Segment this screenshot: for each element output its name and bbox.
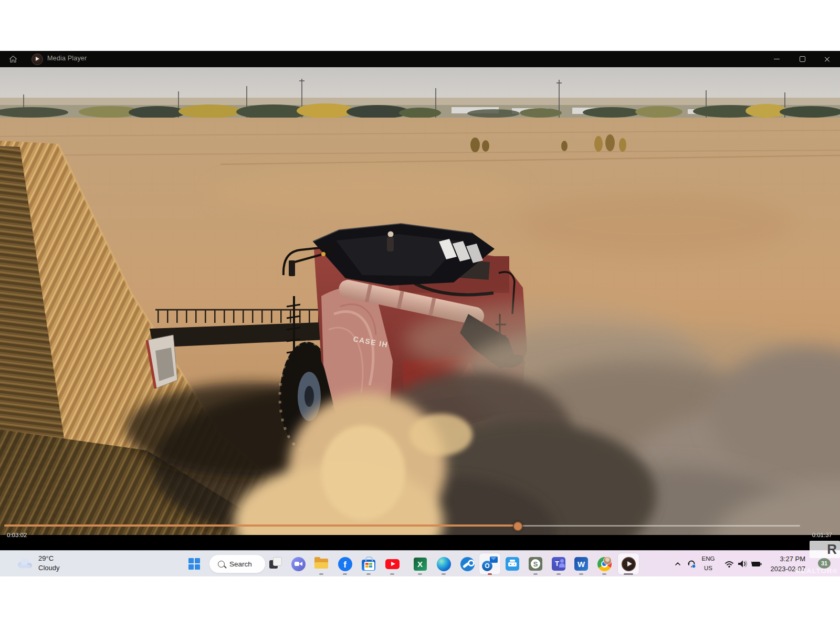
taskbar-item-chat[interactable] (288, 553, 309, 574)
tray-volume-button[interactable] (736, 556, 749, 572)
language-line2: US (699, 563, 718, 573)
screenshot-root: Media Player (0, 0, 840, 630)
taskbar-item-outlook[interactable] (479, 553, 500, 574)
tray-sync-button[interactable] (685, 556, 698, 572)
video-viewport[interactable]: CASE IH CASE IH (0, 67, 840, 550)
edge-icon (437, 557, 451, 571)
teams-icon (552, 557, 565, 571)
start-button[interactable] (184, 553, 205, 574)
weather-condition: Cloudy (38, 563, 59, 573)
running-indicator (390, 573, 394, 575)
taskbar-item-excel[interactable] (410, 553, 430, 574)
s-app-icon (529, 557, 542, 571)
close-icon (824, 56, 830, 62)
media-player-logo-icon (32, 54, 43, 65)
task-view-button[interactable] (265, 553, 286, 574)
realtor-logo: R (810, 541, 840, 558)
home-icon[interactable] (8, 55, 18, 64)
chat-icon (291, 557, 306, 571)
language-line1: ENG (699, 554, 718, 563)
taskbar-item-s-app[interactable] (525, 553, 546, 574)
running-indicator (343, 573, 347, 575)
remaining-time: 0:01:37 (812, 532, 832, 538)
word-icon (574, 557, 588, 571)
language-indicator[interactable]: ENG US (699, 554, 718, 573)
weather-temp: 29°C (38, 554, 59, 563)
minimize-button[interactable] (764, 51, 789, 67)
task-view-icon-front (273, 557, 282, 566)
chevron-up-icon (674, 560, 682, 568)
taskbar-item-edge[interactable] (433, 553, 454, 574)
taskbar-item-microsoft-store[interactable] (358, 553, 379, 574)
microsoft-store-icon (362, 560, 375, 571)
printer-app-icon (506, 557, 519, 571)
sky-and-horizon (0, 67, 840, 122)
taskbar-item-media-player[interactable] (618, 553, 639, 574)
sync-icon (686, 559, 697, 569)
running-indicator (533, 573, 538, 575)
search-icon (218, 561, 225, 568)
window-title: Media Player (47, 55, 87, 62)
windows-logo-icon (188, 558, 200, 570)
running-indicator (366, 573, 371, 575)
running-indicator (418, 573, 422, 575)
realtor-brand-text: REALTOR® (796, 567, 838, 575)
elapsed-time: 0:03:02 (7, 532, 27, 538)
taskbar-item-youtube[interactable] (382, 553, 403, 574)
youtube-icon (385, 559, 400, 569)
media-player-titlebar: Media Player (0, 51, 840, 67)
outlook-icon (482, 556, 498, 571)
seek-bar-handle[interactable] (513, 521, 523, 531)
restore-button[interactable] (790, 51, 814, 67)
chrome-profile-avatar (603, 556, 612, 565)
minimize-icon (774, 59, 780, 60)
tray-battery-button[interactable] (749, 556, 763, 572)
running-indicator (602, 573, 606, 575)
chrome-icon (597, 557, 612, 571)
speaker-icon (737, 559, 748, 569)
battery-charging-icon (749, 559, 763, 569)
tray-wifi-button[interactable] (722, 556, 736, 572)
wrench-tool-icon (460, 557, 475, 571)
file-explorer-icon (314, 559, 328, 569)
excel-icon (414, 558, 427, 571)
tray-chevron-button[interactable] (671, 556, 685, 572)
search-box[interactable]: Search (209, 554, 266, 573)
taskbar: 29°C Cloudy Search (0, 550, 840, 576)
search-label: Search (229, 560, 252, 568)
media-player-icon (622, 557, 636, 571)
wifi-icon (724, 559, 734, 569)
weather-widget[interactable]: 29°C Cloudy (16, 554, 59, 573)
attention-indicator (488, 573, 492, 575)
running-indicator (556, 573, 561, 575)
taskbar-item-chrome[interactable] (594, 553, 615, 574)
taskbar-item-scanner-app[interactable] (502, 553, 523, 574)
taskbar-item-teams[interactable] (548, 553, 569, 574)
letterbox-bar (0, 535, 840, 550)
taskbar-item-file-explorer[interactable] (311, 553, 332, 574)
taskbar-item-facebook[interactable] (334, 553, 355, 574)
tray-time: 3:27 PM (771, 554, 806, 564)
close-button[interactable] (815, 51, 839, 67)
facebook-icon (338, 557, 352, 571)
running-indicator (442, 573, 446, 575)
taskbar-item-support-tool[interactable] (457, 553, 478, 574)
taskbar-item-word[interactable] (571, 553, 592, 574)
running-indicator (579, 573, 583, 575)
running-indicator (319, 573, 323, 575)
restore-icon (800, 56, 805, 62)
cloud-icon (16, 557, 34, 570)
video-frame-scene: CASE IH CASE IH (0, 67, 840, 550)
seek-bar-fill (4, 524, 517, 527)
active-indicator (624, 573, 633, 575)
